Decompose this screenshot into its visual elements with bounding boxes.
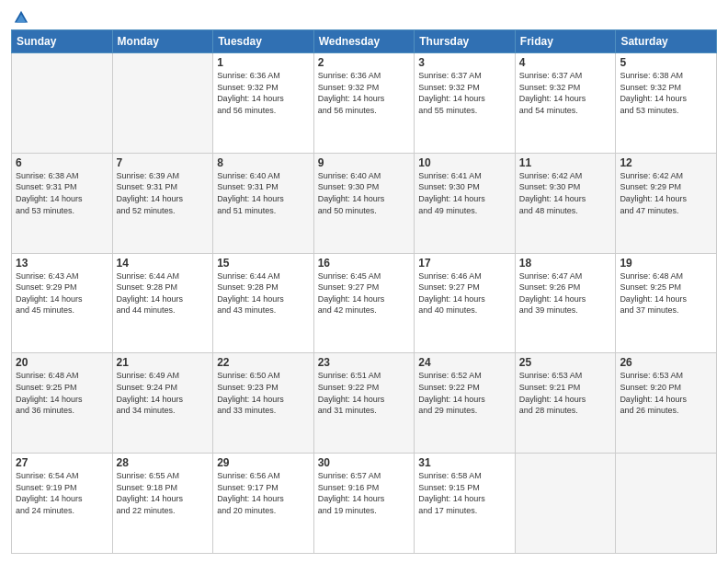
day-info: Sunrise: 6:48 AM Sunset: 9:25 PM Dayligh… — [16, 370, 108, 416]
calendar-cell: 28Sunrise: 6:55 AM Sunset: 9:18 PM Dayli… — [112, 454, 213, 554]
day-number: 25 — [519, 356, 612, 369]
day-number: 2 — [318, 56, 411, 69]
calendar-cell: 23Sunrise: 6:51 AM Sunset: 9:22 PM Dayli… — [313, 353, 415, 454]
day-number: 1 — [217, 56, 310, 69]
day-info: Sunrise: 6:44 AM Sunset: 9:28 PM Dayligh… — [217, 270, 310, 316]
calendar-cell: 8Sunrise: 6:40 AM Sunset: 9:31 PM Daylig… — [213, 153, 314, 253]
calendar-cell: 22Sunrise: 6:50 AM Sunset: 9:23 PM Dayli… — [213, 353, 314, 454]
day-number: 21 — [117, 356, 210, 369]
day-info: Sunrise: 6:55 AM Sunset: 9:18 PM Dayligh… — [117, 470, 210, 516]
calendar-cell: 16Sunrise: 6:45 AM Sunset: 9:27 PM Dayli… — [313, 253, 415, 353]
day-info: Sunrise: 6:36 AM Sunset: 9:32 PM Dayligh… — [217, 70, 310, 116]
calendar-cell: 21Sunrise: 6:49 AM Sunset: 9:24 PM Dayli… — [112, 353, 213, 454]
calendar-cell: 26Sunrise: 6:53 AM Sunset: 9:20 PM Dayli… — [616, 353, 717, 454]
weekday-header-sunday: Sunday — [12, 30, 113, 53]
calendar-table: SundayMondayTuesdayWednesdayThursdayFrid… — [11, 29, 717, 554]
calendar-cell: 15Sunrise: 6:44 AM Sunset: 9:28 PM Dayli… — [213, 253, 314, 353]
calendar-cell — [112, 53, 213, 154]
calendar-week-4: 20Sunrise: 6:48 AM Sunset: 9:25 PM Dayli… — [12, 353, 717, 454]
weekday-header-friday: Friday — [515, 30, 616, 53]
day-info: Sunrise: 6:41 AM Sunset: 9:30 PM Dayligh… — [418, 170, 511, 216]
calendar-cell — [12, 53, 113, 154]
day-number: 19 — [620, 257, 712, 270]
day-number: 27 — [16, 456, 108, 469]
day-info: Sunrise: 6:46 AM Sunset: 9:27 PM Dayligh… — [418, 270, 511, 316]
calendar-week-5: 27Sunrise: 6:54 AM Sunset: 9:19 PM Dayli… — [12, 454, 717, 554]
day-info: Sunrise: 6:38 AM Sunset: 9:31 PM Dayligh… — [16, 170, 108, 216]
calendar-header: SundayMondayTuesdayWednesdayThursdayFrid… — [12, 30, 717, 53]
day-info: Sunrise: 6:50 AM Sunset: 9:23 PM Dayligh… — [217, 370, 310, 416]
day-info: Sunrise: 6:42 AM Sunset: 9:29 PM Dayligh… — [620, 170, 712, 216]
day-info: Sunrise: 6:53 AM Sunset: 9:21 PM Dayligh… — [519, 370, 612, 416]
day-number: 13 — [16, 257, 108, 270]
day-info: Sunrise: 6:49 AM Sunset: 9:24 PM Dayligh… — [117, 370, 210, 416]
day-info: Sunrise: 6:39 AM Sunset: 9:31 PM Dayligh… — [117, 170, 210, 216]
day-info: Sunrise: 6:45 AM Sunset: 9:27 PM Dayligh… — [318, 270, 411, 316]
calendar-cell: 20Sunrise: 6:48 AM Sunset: 9:25 PM Dayli… — [12, 353, 113, 454]
day-number: 24 — [418, 356, 511, 369]
calendar-cell: 27Sunrise: 6:54 AM Sunset: 9:19 PM Dayli… — [12, 454, 113, 554]
weekday-header-monday: Monday — [112, 30, 213, 53]
day-number: 17 — [418, 257, 511, 270]
calendar-cell: 24Sunrise: 6:52 AM Sunset: 9:22 PM Dayli… — [415, 353, 516, 454]
calendar-week-3: 13Sunrise: 6:43 AM Sunset: 9:29 PM Dayli… — [12, 253, 717, 353]
calendar-cell: 30Sunrise: 6:57 AM Sunset: 9:16 PM Dayli… — [313, 454, 415, 554]
day-number: 15 — [217, 257, 310, 270]
day-info: Sunrise: 6:58 AM Sunset: 9:15 PM Dayligh… — [418, 470, 511, 516]
calendar-body: 1Sunrise: 6:36 AM Sunset: 9:32 PM Daylig… — [12, 53, 717, 554]
day-info: Sunrise: 6:38 AM Sunset: 9:32 PM Dayligh… — [620, 70, 712, 116]
day-info: Sunrise: 6:54 AM Sunset: 9:19 PM Dayligh… — [16, 470, 108, 516]
day-number: 10 — [418, 156, 511, 169]
calendar-cell: 31Sunrise: 6:58 AM Sunset: 9:15 PM Dayli… — [415, 454, 516, 554]
calendar-cell: 6Sunrise: 6:38 AM Sunset: 9:31 PM Daylig… — [12, 153, 113, 253]
day-info: Sunrise: 6:44 AM Sunset: 9:28 PM Dayligh… — [117, 270, 210, 316]
day-info: Sunrise: 6:57 AM Sunset: 9:16 PM Dayligh… — [318, 470, 411, 516]
logo-icon — [13, 9, 29, 26]
day-number: 26 — [620, 356, 712, 369]
calendar-cell: 12Sunrise: 6:42 AM Sunset: 9:29 PM Dayli… — [616, 153, 717, 253]
day-info: Sunrise: 6:37 AM Sunset: 9:32 PM Dayligh… — [519, 70, 612, 116]
calendar-cell: 17Sunrise: 6:46 AM Sunset: 9:27 PM Dayli… — [415, 253, 516, 353]
calendar-cell: 2Sunrise: 6:36 AM Sunset: 9:32 PM Daylig… — [313, 53, 415, 154]
calendar-cell — [515, 454, 616, 554]
day-number: 6 — [16, 156, 108, 169]
day-info: Sunrise: 6:40 AM Sunset: 9:30 PM Dayligh… — [318, 170, 411, 216]
day-number: 8 — [217, 156, 310, 169]
day-info: Sunrise: 6:52 AM Sunset: 9:22 PM Dayligh… — [418, 370, 511, 416]
day-number: 7 — [117, 156, 210, 169]
calendar-cell: 14Sunrise: 6:44 AM Sunset: 9:28 PM Dayli… — [112, 253, 213, 353]
day-number: 23 — [318, 356, 411, 369]
day-info: Sunrise: 6:43 AM Sunset: 9:29 PM Dayligh… — [16, 270, 108, 316]
day-number: 12 — [620, 156, 712, 169]
calendar-cell: 25Sunrise: 6:53 AM Sunset: 9:21 PM Dayli… — [515, 353, 616, 454]
calendar-cell: 10Sunrise: 6:41 AM Sunset: 9:30 PM Dayli… — [415, 153, 516, 253]
day-number: 3 — [418, 56, 511, 69]
calendar-cell: 29Sunrise: 6:56 AM Sunset: 9:17 PM Dayli… — [213, 454, 314, 554]
calendar-cell: 7Sunrise: 6:39 AM Sunset: 9:31 PM Daylig… — [112, 153, 213, 253]
day-info: Sunrise: 6:40 AM Sunset: 9:31 PM Dayligh… — [217, 170, 310, 216]
day-number: 20 — [16, 356, 108, 369]
weekday-header-saturday: Saturday — [616, 30, 717, 53]
day-number: 14 — [117, 257, 210, 270]
weekday-header-tuesday: Tuesday — [213, 30, 314, 53]
calendar-cell: 13Sunrise: 6:43 AM Sunset: 9:29 PM Dayli… — [12, 253, 113, 353]
day-info: Sunrise: 6:47 AM Sunset: 9:26 PM Dayligh… — [519, 270, 612, 316]
page: SundayMondayTuesdayWednesdayThursdayFrid… — [0, 0, 728, 563]
day-number: 18 — [519, 257, 612, 270]
day-info: Sunrise: 6:42 AM Sunset: 9:30 PM Dayligh… — [519, 170, 612, 216]
calendar-cell: 1Sunrise: 6:36 AM Sunset: 9:32 PM Daylig… — [213, 53, 314, 154]
day-number: 9 — [318, 156, 411, 169]
header — [11, 9, 717, 22]
day-info: Sunrise: 6:56 AM Sunset: 9:17 PM Dayligh… — [217, 470, 310, 516]
day-number: 29 — [217, 456, 310, 469]
calendar-cell: 3Sunrise: 6:37 AM Sunset: 9:32 PM Daylig… — [415, 53, 516, 154]
calendar-cell: 11Sunrise: 6:42 AM Sunset: 9:30 PM Dayli… — [515, 153, 616, 253]
day-info: Sunrise: 6:36 AM Sunset: 9:32 PM Dayligh… — [318, 70, 411, 116]
day-number: 22 — [217, 356, 310, 369]
day-number: 5 — [620, 56, 712, 69]
day-number: 16 — [318, 257, 411, 270]
day-number: 28 — [117, 456, 210, 469]
calendar-cell: 5Sunrise: 6:38 AM Sunset: 9:32 PM Daylig… — [616, 53, 717, 154]
calendar-week-1: 1Sunrise: 6:36 AM Sunset: 9:32 PM Daylig… — [12, 53, 717, 154]
day-info: Sunrise: 6:53 AM Sunset: 9:20 PM Dayligh… — [620, 370, 712, 416]
